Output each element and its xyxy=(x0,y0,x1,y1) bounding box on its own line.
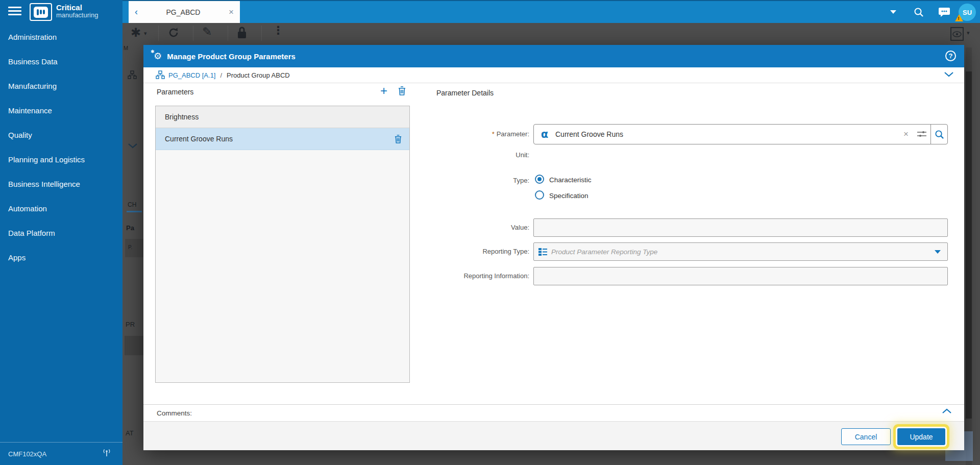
required-marker: * xyxy=(492,130,495,138)
radio-characteristic[interactable] xyxy=(535,175,544,184)
dim-fragment: Pa xyxy=(126,224,134,232)
dim-fragment: AT xyxy=(126,429,134,437)
sidebar-item-business-data[interactable]: Business Data xyxy=(0,49,122,74)
dim-box xyxy=(125,336,144,355)
sidebar-item-apps[interactable]: Apps xyxy=(0,245,122,270)
type-label: Type: xyxy=(397,177,529,184)
radio-characteristic-label[interactable]: Characteristic xyxy=(549,176,592,184)
manage-gear-icon: ⚙✱ xyxy=(154,52,162,61)
tab-back-chevron-icon[interactable]: ‹ xyxy=(129,7,144,17)
unit-label: Unit: xyxy=(397,151,529,159)
dropdown-caret-icon[interactable] xyxy=(928,250,947,254)
sidebar-item-automation[interactable]: Automation xyxy=(0,196,122,221)
refresh-icon xyxy=(167,27,180,39)
sidebar-nav: Administration Business Data Manufacturi… xyxy=(0,25,122,270)
comments-label: Comments: xyxy=(157,409,192,417)
brand-logo xyxy=(30,3,52,21)
dim-tab-underline xyxy=(127,211,142,212)
tab-pg-abcd[interactable]: ‹ PG_ABCD × xyxy=(129,1,240,23)
parameter-label: *Parameter: xyxy=(397,130,529,138)
dim-fragment: PR xyxy=(126,321,135,328)
chat-icon[interactable] xyxy=(933,1,955,23)
dim-tab-fragment: CH xyxy=(128,201,136,208)
reporting-type-table-icon xyxy=(534,248,551,256)
sidebar-item-data-platform[interactable]: Data Platform xyxy=(0,221,122,245)
scrollbar-thumb[interactable] xyxy=(966,71,972,419)
reporting-information-input[interactable] xyxy=(533,267,948,285)
parameters-panel-title: Parameters xyxy=(157,88,193,96)
manage-caret-icon: ▾ xyxy=(144,30,147,37)
manage-asterisk-icon: ✱ xyxy=(131,26,141,40)
edit-pencil-icon: ✎ xyxy=(202,25,212,39)
topbar-dropdown-caret-icon[interactable] xyxy=(884,1,902,23)
sidebar-item-quality[interactable]: Quality xyxy=(0,123,122,147)
alpha-parameter-icon: α xyxy=(534,128,555,140)
warning-badge-icon xyxy=(955,14,963,21)
header-collapse-chevron-icon[interactable] xyxy=(944,71,954,77)
dim-hierarchy-icon xyxy=(128,70,137,80)
sidebar-footer: CMF102xQA xyxy=(0,442,122,465)
sidebar-item-manufacturing[interactable]: Manufacturing xyxy=(0,74,122,98)
sidebar-item-maintenance[interactable]: Maintenance xyxy=(0,98,122,123)
parameters-list: Brightness Current Groove Runs xyxy=(155,106,410,383)
tab-label: PG_ABCD xyxy=(144,8,223,16)
view-eye-icon xyxy=(950,27,964,41)
environment-label: CMF102xQA xyxy=(0,450,46,458)
reporting-type-label: Reporting Type: xyxy=(397,248,529,255)
sidebar-item-administration[interactable]: Administration xyxy=(0,25,122,49)
tab-close-icon[interactable]: × xyxy=(223,7,240,17)
reporting-information-label: Reporting Information: xyxy=(397,272,529,280)
cancel-button[interactable]: Cancel xyxy=(841,428,891,445)
product-group-icon xyxy=(156,70,165,80)
update-button[interactable]: Update xyxy=(897,428,945,445)
parameter-row-brightness[interactable]: Brightness xyxy=(156,106,409,128)
sidebar-item-business-intelligence[interactable]: Business Intelligence xyxy=(0,172,122,196)
value-input[interactable] xyxy=(533,218,948,237)
reporting-type-dropdown[interactable]: Product Parameter Reporting Type xyxy=(533,242,948,261)
brand-name: Critical manufacturing xyxy=(56,4,98,18)
radio-specification[interactable] xyxy=(535,190,544,200)
breadcrumb-separator: / xyxy=(220,71,222,79)
more-vertical-icon: ⋮ xyxy=(273,24,284,37)
comments-collapse-chevron-icon[interactable] xyxy=(942,408,952,414)
brand-logo-icon xyxy=(34,7,48,18)
filter-sliders-icon[interactable] xyxy=(913,130,930,138)
dialog-header: ⚙✱ Manage Product Group Parameters ? xyxy=(143,45,964,67)
comments-section[interactable]: Comments: xyxy=(143,404,964,421)
dim-chevron-down-icon xyxy=(128,143,138,149)
sidebar: Critical manufacturing Administration Bu… xyxy=(0,0,122,465)
breadcrumb: PG_ABCD [A.1] / Product Group ABCD xyxy=(143,67,964,83)
breadcrumb-current: Product Group ABCD xyxy=(227,71,290,79)
sidebar-item-planning-and-logistics[interactable]: Planning and Logistics xyxy=(0,147,122,172)
manage-product-group-parameters-dialog: ⚙✱ Manage Product Group Parameters ? PG_… xyxy=(143,45,964,450)
parameter-picker-input[interactable]: α Current Groove Runs × xyxy=(533,124,948,144)
connection-status-icon xyxy=(102,449,111,457)
search-icon[interactable] xyxy=(909,1,929,23)
parameter-search-icon[interactable] xyxy=(930,125,947,144)
parameter-row-current-groove-runs[interactable]: Current Groove Runs xyxy=(156,128,409,150)
lock-icon xyxy=(236,26,248,39)
dialog-footer: Cancel Update xyxy=(143,421,964,450)
topbar: ‹ PG_ABCD × SU xyxy=(122,0,980,23)
breadcrumb-entity-link[interactable]: PG_ABCD [A.1] xyxy=(168,71,215,79)
value-label: Value: xyxy=(397,224,529,231)
clear-icon[interactable]: × xyxy=(899,129,913,139)
reporting-type-placeholder: Product Parameter Reporting Type xyxy=(551,248,928,256)
help-icon[interactable]: ? xyxy=(945,51,956,61)
dim-caret-icon: ▾ xyxy=(967,30,970,36)
dialog-title: Manage Product Group Parameters xyxy=(167,52,296,61)
dim-box: P. xyxy=(125,239,143,257)
hamburger-menu-icon[interactable] xyxy=(8,7,21,16)
radio-specification-label[interactable]: Specification xyxy=(549,192,589,200)
dim-fragment: M xyxy=(124,45,128,51)
parameter-details-title: Parameter Details xyxy=(436,89,494,97)
parameter-value-text: Current Groove Runs xyxy=(555,130,899,138)
delete-parameter-icon[interactable] xyxy=(398,86,406,96)
add-parameter-icon[interactable]: + xyxy=(380,85,387,97)
